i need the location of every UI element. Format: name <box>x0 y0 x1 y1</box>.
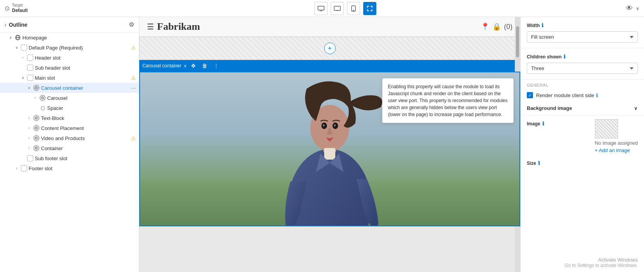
general-section-label: General <box>521 80 644 89</box>
add-content-button[interactable]: + <box>324 43 336 54</box>
carousel-label: Carousel <box>47 95 136 101</box>
tree-item-content-placement[interactable]: › Content Placement <box>0 123 139 133</box>
panel-title: Outline <box>9 22 27 28</box>
target-value-text: Default <box>12 8 28 13</box>
tree-item-header-slot[interactable]: › Header slot <box>0 53 139 63</box>
render-client-side-label: Render module client side ℹ <box>536 92 598 98</box>
homepage-label: Homepage <box>22 35 136 41</box>
children-shown-info-icon[interactable]: ℹ <box>564 54 565 60</box>
lock-icon[interactable]: 🔒 <box>492 22 501 31</box>
svg-point-20 <box>34 146 39 151</box>
width-select[interactable]: Fill screen Fit to content Custom <box>527 31 638 43</box>
warning-icon-video-products: ⚠ <box>131 135 136 141</box>
tree-item-carousel[interactable]: › Carousel <box>0 93 139 103</box>
svg-point-10 <box>34 86 39 90</box>
target-icon: ⊙ <box>5 5 10 12</box>
svg-point-13 <box>42 97 44 99</box>
activate-windows-text: Activate Windows <box>527 257 638 263</box>
children-shown-select[interactable]: One Two Three Four Five <box>527 63 638 74</box>
background-image-section-header[interactable]: Background image ∨ <box>521 101 644 115</box>
activate-windows-subtext: Go to Settings to activate Windows. <box>527 263 638 268</box>
desktop-btn[interactable] <box>314 2 328 15</box>
width-info-icon[interactable]: ℹ <box>542 22 543 28</box>
tree-item-homepage[interactable]: ∨ Homepage <box>0 33 139 43</box>
panel-header: ‹ Outline ⚙ <box>0 17 139 33</box>
expand-icon-subheader <box>20 65 26 70</box>
carousel-toolbar-move-btn[interactable]: ✥ <box>189 62 198 70</box>
size-info-icon[interactable]: ℹ <box>538 160 540 166</box>
spacer-label: Spacer <box>47 105 136 111</box>
svg-point-15 <box>36 117 38 119</box>
left-panel: ‹ Outline ⚙ ∨ Homepage ∨ Default Page (R… <box>0 17 139 272</box>
image-info-icon[interactable]: ℹ <box>542 121 544 127</box>
size-label-text: Size <box>527 161 536 166</box>
circle-dashed-icon-content-placement <box>33 125 39 131</box>
back-button[interactable]: ‹ <box>5 22 7 28</box>
render-client-side-info-icon[interactable]: ℹ <box>596 92 598 98</box>
header-icons: 📍 🔒 (0) <box>481 22 512 31</box>
globe-icon <box>15 34 21 41</box>
svg-rect-27 <box>324 148 335 160</box>
carousel-toolbar-delete-btn[interactable]: 🗑 <box>200 62 209 70</box>
dashed-rect-icon-default <box>21 44 27 51</box>
tree-item-main-slot[interactable]: ∨ Main slot ⚠ <box>0 73 139 83</box>
carousel-toolbar-chevron-icon[interactable]: ∨ <box>184 63 187 68</box>
tree-item-default-page[interactable]: ∨ Default Page (Required) ⚠ <box>0 43 139 53</box>
main-layout: ‹ Outline ⚙ ∨ Homepage ∨ Default Page (R… <box>0 17 644 272</box>
tree-item-text-block[interactable]: › Text-Block <box>0 113 139 123</box>
plus-icon: + <box>328 44 332 53</box>
dashed-rect-icon-main <box>27 75 33 81</box>
hamburger-icon[interactable]: ☰ <box>147 22 154 31</box>
tree-item-video-products[interactable]: › Video and Products ⚠ <box>0 133 139 143</box>
location-icon[interactable]: 📍 <box>481 22 489 31</box>
top-bar: ⊙ Target Default 👁 ∨ <box>0 0 644 17</box>
carousel-toolbar-more-btn[interactable]: ⋮ <box>212 62 221 70</box>
right-panel: Width ℹ Fill screen Fit to content Custo… <box>520 17 644 272</box>
empty-slot-above: + <box>139 37 520 60</box>
dashed-rect-icon-footer <box>21 165 27 171</box>
footer-slot-label: Footer slot <box>29 166 136 171</box>
sub-footer-slot-label: Sub footer slot <box>35 156 136 161</box>
hexagon-icon-spacer: ⬡ <box>39 105 46 111</box>
expand-icon-text-block: › <box>26 115 32 121</box>
outline-settings-button[interactable]: ⚙ <box>129 21 134 28</box>
more-icon-carousel-container[interactable]: ··· <box>131 85 136 91</box>
carousel-container-label: Carousel container <box>41 85 130 91</box>
render-client-side-checkbox[interactable]: ✓ <box>527 92 533 98</box>
image-row: Image ℹ No image assigned + Add an image <box>521 115 644 157</box>
target-section: ⊙ Target Default <box>5 3 82 13</box>
tree-item-carousel-container[interactable]: ∨ Carousel container ··· <box>0 83 139 93</box>
tree-item-spacer[interactable]: ⬡ Spacer <box>0 103 139 113</box>
expand-icon-container: › <box>26 145 32 151</box>
expand-icon-video-products: › <box>26 135 32 141</box>
expand-icon-homepage: ∨ <box>8 35 13 40</box>
tablet-btn[interactable] <box>347 2 360 15</box>
svg-point-11 <box>36 87 38 89</box>
canvas-scrollbar-thumb <box>516 26 519 57</box>
width-label-text: Width <box>527 23 540 28</box>
warning-icon-main: ⚠ <box>131 75 136 81</box>
expand-btn[interactable] <box>363 2 376 15</box>
circle-dashed-icon-carousel <box>39 95 46 101</box>
tree-item-sub-footer-slot[interactable]: Sub footer slot <box>0 153 139 163</box>
carousel-toolbar: Carousel container ∨ ✥ 🗑 ⋮ <box>139 60 520 72</box>
add-image-button[interactable]: + Add an image <box>595 147 630 153</box>
circle-dashed-icon-video-products <box>33 135 39 141</box>
expand-icon-spacer <box>32 105 38 111</box>
no-image-text: No image assigned <box>595 140 638 146</box>
tree-item-sub-header-slot[interactable]: Sub header slot <box>0 63 139 73</box>
tree-item-footer-slot[interactable]: › Footer slot <box>0 163 139 173</box>
svg-point-21 <box>36 147 38 149</box>
svg-point-6 <box>353 10 354 11</box>
monitor-btn[interactable] <box>331 2 344 15</box>
background-image-title: Background image <box>527 105 572 111</box>
video-products-label: Video and Products <box>41 135 128 141</box>
svg-point-18 <box>34 136 39 140</box>
tree-item-container[interactable]: › Container <box>0 143 139 153</box>
top-chevron-btn[interactable]: ∨ <box>636 6 639 11</box>
preview-btn[interactable]: 👁 <box>626 4 633 12</box>
expand-icon-footer: › <box>14 166 19 171</box>
canvas-area: ☰ Fabrikam 📍 🔒 (0) + Carousel container … <box>139 17 520 272</box>
expand-icon-main: ∨ <box>20 75 26 80</box>
target-label: Target Default <box>12 3 28 13</box>
